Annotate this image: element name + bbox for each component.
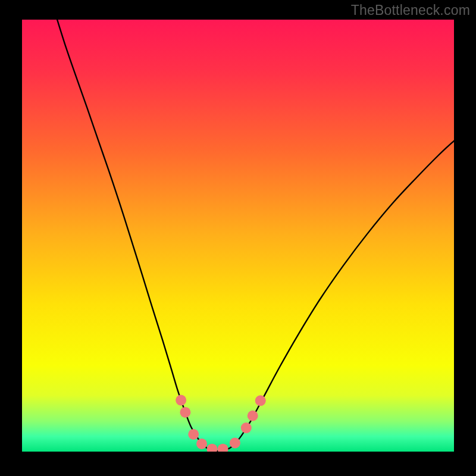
marker-dot: [248, 411, 258, 421]
marker-dot: [255, 395, 266, 406]
plot-area: [22, 20, 454, 452]
marker-dot: [188, 429, 199, 440]
marker-dot: [180, 407, 190, 418]
watermark-label: TheBottleneck.com: [351, 2, 470, 18]
marker-dot: [218, 444, 228, 452]
marker-dot: [241, 422, 252, 433]
marker-dot: [196, 439, 207, 449]
plot-markers: [22, 20, 454, 452]
marker-dot: [176, 395, 186, 406]
chart-frame: TheBottleneck.com: [0, 0, 476, 476]
marker-dot: [230, 437, 240, 448]
marker-dot: [206, 444, 217, 452]
